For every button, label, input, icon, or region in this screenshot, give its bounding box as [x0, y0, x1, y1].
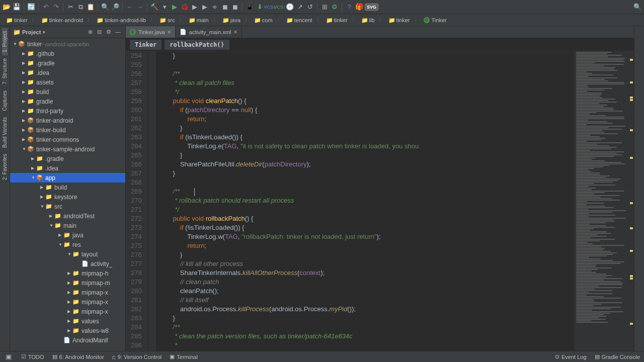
tree-arrow-icon[interactable]: ▶ — [22, 118, 27, 123]
tree-arrow-icon[interactable]: ▶ — [40, 195, 45, 199]
svg-badge[interactable]: SVG — [365, 4, 378, 11]
debug-icon[interactable]: 🐞 — [180, 3, 189, 12]
stop-icon[interactable]: ◼ — [220, 3, 229, 12]
undo-icon[interactable]: ↶ — [41, 3, 50, 12]
tree-node[interactable]: ▶📦tinker-android — [10, 116, 125, 125]
tree-arrow-icon[interactable]: ▶ — [67, 290, 72, 295]
code-area[interactable]: 2542552562572582592602612622632642652662… — [126, 51, 634, 351]
breadcrumb-item[interactable]: 📁tencent — [284, 16, 314, 24]
tool-window-button[interactable]: ⎌9: Version Control — [112, 354, 162, 360]
tree-arrow-icon[interactable]: ▶ — [67, 328, 72, 333]
help-icon[interactable]: ? — [345, 3, 354, 12]
tree-node[interactable]: ▶📁mipmap-x — [10, 307, 125, 316]
code-line[interactable]: // kill itself — [158, 296, 574, 305]
tool-window-button[interactable]: ☑TODO — [21, 353, 44, 360]
tree-arrow-icon[interactable]: ▶ — [22, 80, 27, 84]
vcs-push-icon[interactable]: ↗ — [295, 3, 304, 12]
tool-window-button[interactable]: ▣Terminal — [170, 353, 198, 360]
tool-window-button[interactable]: 2: Favorites — [2, 151, 8, 183]
tree-arrow-icon[interactable]: ▶ — [31, 166, 36, 170]
breadcrumb-item[interactable]: 📁tinker-android — [39, 16, 85, 24]
tree-arrow-icon[interactable]: ▼ — [49, 223, 54, 228]
breadcrumb-item[interactable]: 📁tinker — [4, 16, 30, 24]
sync-icon[interactable]: 🔄 — [27, 3, 36, 12]
breadcrumb-item[interactable]: 📁tinker — [386, 16, 412, 24]
nav-method[interactable]: rollbackPatch() — [165, 40, 229, 50]
tree-arrow-icon[interactable]: ▶ — [67, 319, 72, 323]
copy-icon[interactable]: ⧉ — [76, 3, 85, 12]
tree-node[interactable]: ▼📦tinker-sample-android — [10, 144, 125, 154]
nav-class[interactable]: Tinker — [130, 40, 162, 50]
code-line[interactable]: return; — [158, 241, 574, 250]
close-icon[interactable]: × — [168, 29, 171, 36]
run-icon[interactable]: ▶ — [170, 3, 179, 12]
save-icon[interactable]: 💾 — [12, 3, 21, 12]
tree-node[interactable]: ▶📁.gradle — [10, 154, 125, 163]
layout-icon[interactable]: ⊞ — [320, 3, 329, 12]
tree-arrow-icon[interactable]: ▼ — [58, 242, 63, 247]
tree-node[interactable]: ▶📁assets — [10, 77, 125, 87]
fold-gutter[interactable] — [148, 51, 155, 351]
tree-node[interactable]: ▼📁src — [10, 202, 125, 211]
tree-arrow-icon[interactable]: ▶ — [22, 99, 27, 104]
breadcrumb-item[interactable]: 📁lib — [359, 16, 377, 24]
collapse-icon[interactable]: ⊟ — [97, 29, 104, 36]
redo-icon[interactable]: ↷ — [51, 3, 60, 12]
code-line[interactable]: if (isTinkerLoaded()) { — [158, 133, 574, 142]
attach-icon[interactable]: ⎆ — [210, 3, 219, 12]
code-line[interactable]: } — [158, 151, 574, 160]
code-line[interactable]: if (!isTinkerLoaded()) { — [158, 223, 574, 232]
tool-window-button[interactable]: ⊙Event Log — [555, 353, 587, 360]
vcs-history-icon[interactable]: 🕘 — [285, 3, 294, 12]
code-line[interactable]: } — [158, 314, 574, 323]
tree-arrow-icon[interactable]: ▶ — [58, 233, 63, 237]
find-path-icon[interactable]: 🔎 — [111, 3, 120, 12]
close-icon[interactable]: × — [234, 29, 237, 36]
cut-icon[interactable]: ✂ — [66, 3, 75, 12]
tree-node[interactable]: ▶📁keystore — [10, 192, 125, 202]
code-line[interactable]: * clean all patch files — [158, 78, 574, 87]
tool-window-button[interactable]: Build Variants — [2, 114, 8, 151]
open-icon[interactable]: 📂 — [2, 3, 11, 12]
avd-icon[interactable]: 📱 — [245, 3, 254, 12]
editor-tab[interactable]: CTinker.java× — [126, 26, 176, 38]
vcs-commit-icon[interactable]: VCS↑ — [275, 3, 284, 12]
tree-node[interactable]: 📄AndroidManif — [10, 335, 125, 345]
code-line[interactable]: } — [158, 169, 574, 178]
code-line[interactable]: // clean patch — [158, 278, 574, 287]
tree-node[interactable]: ▶📦tinker-commons — [10, 135, 125, 144]
tool-window-button[interactable]: ▤6: Android Monitor — [52, 353, 104, 360]
rewards-icon[interactable]: 🎁 — [355, 3, 364, 12]
tree-arrow-icon[interactable]: ▶ — [40, 185, 45, 190]
code-line[interactable]: } — [158, 124, 574, 133]
tree-arrow-icon[interactable]: ▶ — [67, 309, 72, 314]
revert-icon[interactable]: ↺ — [305, 3, 314, 12]
tree-node[interactable]: ▶📁mipmap-x — [10, 288, 125, 297]
tool-window-button[interactable]: Captures — [2, 87, 8, 114]
tool-windows-icon[interactable]: ▣ — [4, 352, 13, 361]
tree-node[interactable]: ▶📁mipmap-m — [10, 278, 125, 288]
tree-arrow-icon[interactable]: ▶ — [22, 89, 27, 94]
code-content[interactable]: } /** * clean all patch files */ public … — [155, 51, 574, 351]
paste-icon[interactable]: 📋 — [86, 3, 95, 12]
tree-arrow-icon[interactable]: ▶ — [22, 70, 27, 75]
tree-node[interactable]: ▶📁androidTest — [10, 211, 125, 221]
hide-icon[interactable]: — — [115, 29, 122, 36]
code-line[interactable]: * — [158, 341, 574, 350]
tree-arrow-icon[interactable]: ▶ — [22, 51, 27, 56]
code-line[interactable] — [158, 178, 574, 187]
back-icon[interactable]: ← — [125, 3, 134, 12]
code-line[interactable]: public void cleanPatch() { — [158, 97, 574, 106]
code-line[interactable]: public void rollbackPatch() { — [158, 214, 574, 223]
tree-arrow-icon[interactable]: ▼ — [67, 252, 72, 256]
tree-node[interactable]: ▼📁res — [10, 240, 125, 249]
code-line[interactable] — [158, 60, 574, 69]
breadcrumb-item[interactable]: 📁com — [252, 16, 275, 24]
tree-node[interactable]: ▼📦app — [10, 173, 125, 183]
tree-node[interactable]: ▶📁.github — [10, 49, 125, 58]
tree-arrow-icon[interactable]: ▼ — [13, 42, 18, 46]
editor-tab[interactable]: 📄activity_main.xml× — [176, 26, 242, 38]
breadcrumb-item[interactable]: 📁main — [187, 16, 211, 24]
code-line[interactable]: */ — [158, 87, 574, 97]
code-line[interactable]: /** — [158, 69, 574, 78]
